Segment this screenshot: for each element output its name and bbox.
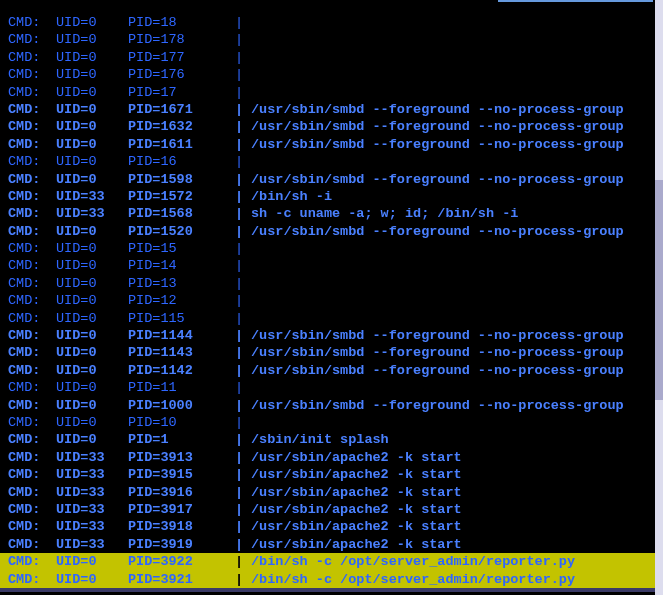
bottom-bar [0, 588, 663, 592]
uid-cell: UID=33 [56, 518, 128, 535]
pid-cell: PID=1598 [128, 171, 235, 188]
separator-bar: | [235, 136, 251, 153]
pid-cell: PID=14 [128, 257, 235, 274]
process-row[interactable]: CMD:UID=0PID=18| [0, 14, 663, 31]
pid-cell: PID=3922 [128, 553, 235, 570]
separator-bar: | [235, 118, 251, 135]
process-row[interactable]: CMD:UID=33PID=3913|/usr/sbin/apache2 -k … [0, 449, 663, 466]
cmd-label: CMD: [8, 536, 56, 553]
process-row[interactable]: CMD:UID=33PID=1568|sh -c uname -a; w; id… [0, 205, 663, 222]
pid-cell: PID=177 [128, 49, 235, 66]
separator-bar: | [235, 49, 251, 66]
cmd-label: CMD: [8, 205, 56, 222]
process-row[interactable]: CMD:UID=0PID=11| [0, 379, 663, 396]
command-args: /usr/sbin/smbd --foreground --no-process… [251, 223, 663, 240]
uid-cell: UID=0 [56, 240, 128, 257]
uid-cell: UID=0 [56, 66, 128, 83]
process-row[interactable]: CMD:UID=33PID=3918|/usr/sbin/apache2 -k … [0, 518, 663, 535]
pid-cell: PID=12 [128, 292, 235, 309]
command-args: /usr/sbin/apache2 -k start [251, 484, 663, 501]
process-row[interactable]: CMD:UID=0PID=177| [0, 49, 663, 66]
separator-bar: | [235, 362, 251, 379]
cmd-label: CMD: [8, 14, 56, 31]
process-row[interactable]: CMD:UID=0PID=1143|/usr/sbin/smbd --foreg… [0, 344, 663, 361]
command-args [251, 292, 663, 309]
pid-cell: PID=1632 [128, 118, 235, 135]
uid-cell: UID=33 [56, 466, 128, 483]
uid-cell: UID=0 [56, 571, 128, 588]
separator-bar: | [235, 327, 251, 344]
process-row[interactable]: CMD:UID=0PID=176| [0, 66, 663, 83]
command-args: /usr/sbin/smbd --foreground --no-process… [251, 397, 663, 414]
pid-cell: PID=3921 [128, 571, 235, 588]
pid-cell: PID=16 [128, 153, 235, 170]
process-row[interactable]: CMD:UID=33PID=3916|/usr/sbin/apache2 -k … [0, 484, 663, 501]
separator-bar: | [235, 553, 251, 570]
process-row[interactable]: CMD:UID=0PID=1000|/usr/sbin/smbd --foreg… [0, 397, 663, 414]
pid-cell: PID=1520 [128, 223, 235, 240]
tab-indicator [498, 0, 653, 2]
command-args [251, 84, 663, 101]
uid-cell: UID=0 [56, 275, 128, 292]
uid-cell: UID=33 [56, 536, 128, 553]
command-args [251, 49, 663, 66]
pid-cell: PID=1000 [128, 397, 235, 414]
separator-bar: | [235, 518, 251, 535]
uid-cell: UID=33 [56, 449, 128, 466]
pid-cell: PID=1144 [128, 327, 235, 344]
scrollbar-vertical-thumb[interactable] [655, 180, 663, 400]
uid-cell: UID=0 [56, 397, 128, 414]
cmd-label: CMD: [8, 153, 56, 170]
process-row[interactable]: CMD:UID=0PID=178| [0, 31, 663, 48]
process-row[interactable]: CMD:UID=0PID=15| [0, 240, 663, 257]
pid-cell: PID=3916 [128, 484, 235, 501]
process-row[interactable]: CMD:UID=0PID=17| [0, 84, 663, 101]
process-row[interactable]: CMD:UID=0PID=13| [0, 275, 663, 292]
uid-cell: UID=0 [56, 310, 128, 327]
process-row[interactable]: CMD:UID=0PID=1142|/usr/sbin/smbd --foreg… [0, 362, 663, 379]
separator-bar: | [235, 240, 251, 257]
process-row[interactable]: CMD:UID=0PID=10| [0, 414, 663, 431]
process-row[interactable]: CMD:UID=0PID=1671|/usr/sbin/smbd --foreg… [0, 101, 663, 118]
command-args: /bin/sh -c /opt/server_admin/reporter.py [251, 571, 663, 588]
process-row[interactable]: CMD:UID=0PID=115| [0, 310, 663, 327]
cmd-label: CMD: [8, 553, 56, 570]
process-row[interactable]: CMD:UID=0PID=1598|/usr/sbin/smbd --foreg… [0, 171, 663, 188]
separator-bar: | [235, 484, 251, 501]
pid-cell: PID=176 [128, 66, 235, 83]
uid-cell: UID=0 [56, 31, 128, 48]
separator-bar: | [235, 449, 251, 466]
uid-cell: UID=0 [56, 379, 128, 396]
uid-cell: UID=0 [56, 118, 128, 135]
cmd-label: CMD: [8, 84, 56, 101]
pid-cell: PID=1143 [128, 344, 235, 361]
separator-bar: | [235, 379, 251, 396]
process-row[interactable]: CMD:UID=33PID=3915|/usr/sbin/apache2 -k … [0, 466, 663, 483]
process-row[interactable]: CMD:UID=0PID=1632|/usr/sbin/smbd --foreg… [0, 118, 663, 135]
process-row[interactable]: CMD:UID=0PID=12| [0, 292, 663, 309]
process-row[interactable]: CMD:UID=0PID=1520|/usr/sbin/smbd --foreg… [0, 223, 663, 240]
uid-cell: UID=33 [56, 188, 128, 205]
uid-cell: UID=33 [56, 501, 128, 518]
cmd-label: CMD: [8, 449, 56, 466]
cmd-label: CMD: [8, 518, 56, 535]
process-row[interactable]: CMD:UID=0PID=3922|/bin/sh -c /opt/server… [0, 553, 663, 570]
cmd-label: CMD: [8, 101, 56, 118]
process-row[interactable]: CMD:UID=33PID=1572|/bin/sh -i [0, 188, 663, 205]
pid-cell: PID=1671 [128, 101, 235, 118]
scrollbar-vertical-track[interactable] [655, 0, 663, 595]
cmd-label: CMD: [8, 292, 56, 309]
process-row[interactable]: CMD:UID=0PID=16| [0, 153, 663, 170]
cmd-label: CMD: [8, 171, 56, 188]
process-row[interactable]: CMD:UID=0PID=14| [0, 257, 663, 274]
uid-cell: UID=0 [56, 431, 128, 448]
process-row[interactable]: CMD:UID=0PID=3921|/bin/sh -c /opt/server… [0, 571, 663, 588]
process-row[interactable]: CMD:UID=33PID=3917|/usr/sbin/apache2 -k … [0, 501, 663, 518]
process-row[interactable]: CMD:UID=33PID=3919|/usr/sbin/apache2 -k … [0, 536, 663, 553]
separator-bar: | [235, 205, 251, 222]
pid-cell: PID=3913 [128, 449, 235, 466]
process-row[interactable]: CMD:UID=0PID=1144|/usr/sbin/smbd --foreg… [0, 327, 663, 344]
process-row[interactable]: CMD:UID=0PID=1611|/usr/sbin/smbd --foreg… [0, 136, 663, 153]
process-row[interactable]: CMD:UID=0PID=1|/sbin/init splash [0, 431, 663, 448]
command-args: /usr/sbin/smbd --foreground --no-process… [251, 171, 663, 188]
